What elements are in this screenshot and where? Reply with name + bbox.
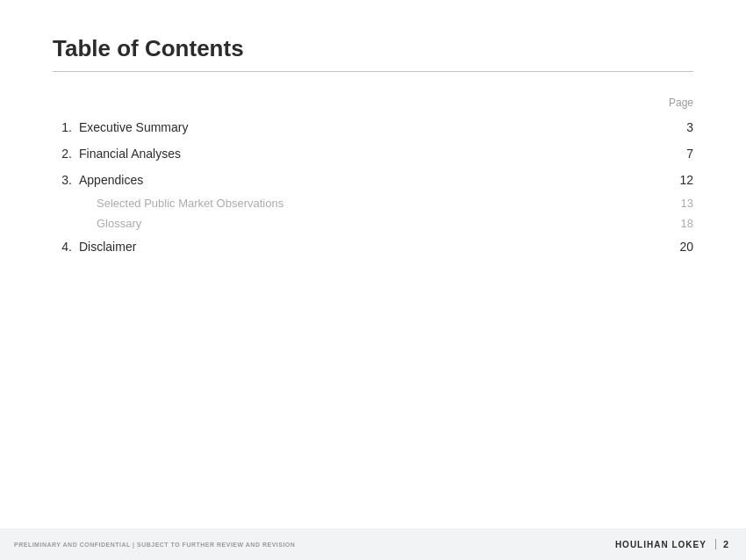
toc-row: 1.Executive Summary3 <box>53 114 693 140</box>
page-container: Table of Contents Page 1.Executive Summa… <box>0 0 746 560</box>
page-column-header: Page <box>641 97 693 114</box>
toc-table: Page 1.Executive Summary32.Financial Ana… <box>53 97 693 260</box>
footer-page-number: 2 <box>715 539 728 549</box>
toc-item-number <box>53 193 79 213</box>
toc-item-page: 13 <box>641 193 693 213</box>
toc-row: 4.Disclaimer20 <box>53 233 693 260</box>
toc-item-number: 1. <box>53 114 79 140</box>
toc-item-label: Disclaimer <box>79 233 641 260</box>
toc-item-page: 20 <box>641 233 693 260</box>
toc-item-page: 12 <box>641 167 693 193</box>
toc-item-label: Appendices <box>79 167 641 193</box>
toc-item-number: 4. <box>53 233 79 260</box>
toc-item-page: 7 <box>641 140 693 167</box>
toc-item-label: Executive Summary <box>79 114 641 140</box>
toc-row: 3.Appendices12 <box>53 167 693 193</box>
toc-item-label: Selected Public Market Observations <box>79 193 641 213</box>
title-divider <box>53 71 693 72</box>
toc-row: Selected Public Market Observations13 <box>53 193 693 213</box>
toc-item-number: 3. <box>53 167 79 193</box>
footer-brand: HOULIHAN LOKEY <box>615 540 707 549</box>
footer-right: HOULIHAN LOKEY 2 <box>615 539 728 549</box>
toc-item-page: 18 <box>641 213 693 233</box>
toc-item-label: Financial Analyses <box>79 140 641 167</box>
toc-item-label: Glossary <box>79 213 641 233</box>
toc-item-number: 2. <box>53 140 79 167</box>
toc-item-page: 3 <box>641 114 693 140</box>
footer-disclaimer: PRELIMINARY AND CONFIDENTIAL | SUBJECT T… <box>14 542 295 548</box>
page-title: Table of Contents <box>53 35 693 62</box>
toc-row: 2.Financial Analyses7 <box>53 140 693 167</box>
toc-row: Glossary18 <box>53 213 693 233</box>
toc-item-number <box>53 213 79 233</box>
main-content: Table of Contents Page 1.Executive Summa… <box>0 0 746 260</box>
footer: PRELIMINARY AND CONFIDENTIAL | SUBJECT T… <box>0 528 746 560</box>
